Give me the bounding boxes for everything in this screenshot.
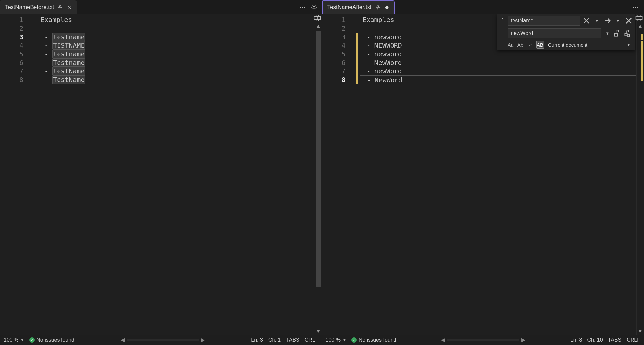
line-number: 5 <box>322 50 355 58</box>
indent-mode[interactable]: TABS <box>608 337 622 343</box>
code-line[interactable]: - testname <box>38 33 315 41</box>
more-icon[interactable] <box>632 4 639 11</box>
issues-status[interactable]: ✓No issues found <box>29 337 74 343</box>
replace-next-icon[interactable]: b <box>614 29 622 37</box>
zoom-level[interactable]: 100 %▼ <box>326 337 346 343</box>
code-line[interactable] <box>38 24 315 33</box>
replace-all-icon[interactable] <box>624 29 633 37</box>
find-replace-panel: ˄ ▾ ▾ ▾ b <box>497 14 635 50</box>
change-margin <box>355 14 360 335</box>
horizontal-scrollbar[interactable]: ◀▶ <box>441 337 525 343</box>
issues-status[interactable]: ✓No issues found <box>351 337 396 343</box>
line-number: 4 <box>0 41 33 50</box>
scroll-up-icon[interactable]: ▲ <box>315 23 322 30</box>
code-line[interactable]: - newWord <box>360 67 637 75</box>
split-editor-icon[interactable] <box>635 14 643 22</box>
tab-bar: TestNameAfter.txt ● <box>322 0 644 14</box>
find-next-icon[interactable] <box>603 17 612 25</box>
pin-icon[interactable] <box>57 4 63 10</box>
pin-icon[interactable] <box>375 4 381 10</box>
file-tab[interactable]: TestNameBefore.txt <box>0 0 77 14</box>
whole-word-toggle[interactable]: Ab <box>516 41 524 49</box>
search-options-dropdown-icon[interactable]: ▾ <box>593 17 601 25</box>
cursor-col[interactable]: Ch: 1 <box>268 337 281 343</box>
svg-rect-11 <box>625 33 627 36</box>
line-number: 1 <box>0 15 33 24</box>
modified-indicator <box>356 33 358 84</box>
scroll-thumb[interactable] <box>316 31 321 287</box>
match-case-toggle[interactable]: Aa <box>507 41 514 49</box>
code-line[interactable]: - testname <box>38 50 315 58</box>
search-input[interactable] <box>508 16 580 26</box>
code-content[interactable]: Examples - testname - TESTNAME - testnam… <box>38 14 315 335</box>
horizontal-scrollbar[interactable]: ◀▶ <box>121 337 205 343</box>
gear-icon[interactable] <box>311 4 317 11</box>
line-number: 8 <box>322 75 355 84</box>
line-number: 3 <box>0 33 33 41</box>
code-line[interactable]: - Testname <box>38 58 315 67</box>
editor-pane-right: TestNameAfter.txt ● 12345678 Examples - … <box>322 0 644 345</box>
replace-options-dropdown-icon[interactable]: ▾ <box>603 29 612 37</box>
close-icon[interactable] <box>66 4 72 10</box>
editor-area[interactable]: 12345678 Examples - newword - NEWWORD - … <box>322 14 644 335</box>
code-line[interactable]: - NewWord <box>360 58 637 67</box>
replace-input[interactable] <box>508 28 601 38</box>
tab-title: TestNameBefore.txt <box>5 4 54 11</box>
cursor-col[interactable]: Ch: 10 <box>587 337 603 343</box>
line-number: 3 <box>322 33 355 41</box>
eol-mode[interactable]: CRLF <box>305 337 319 343</box>
code-line[interactable]: - testName <box>38 67 315 75</box>
svg-point-1 <box>302 7 303 8</box>
scroll-down-icon[interactable]: ▼ <box>637 328 644 335</box>
zoom-level[interactable]: 100 %▼ <box>4 337 24 343</box>
svg-rect-9 <box>615 33 618 36</box>
svg-point-6 <box>635 7 636 8</box>
line-number: 2 <box>322 24 355 33</box>
cursor-line[interactable]: Ln: 3 <box>251 337 263 343</box>
eol-mode[interactable]: CRLF <box>627 337 640 343</box>
scope-dropdown-icon[interactable]: ▾ <box>624 41 633 49</box>
scroll-down-icon[interactable]: ▼ <box>315 328 322 335</box>
line-number-gutter: 12345678 <box>322 14 355 335</box>
regex-toggle[interactable]: ·* <box>526 41 534 49</box>
find-next-dropdown-icon[interactable]: ▾ <box>614 17 622 25</box>
code-line[interactable]: - TestName <box>38 75 315 84</box>
svg-point-5 <box>633 7 634 8</box>
code-line[interactable]: Examples <box>38 15 315 24</box>
preserve-case-toggle[interactable]: AB <box>536 41 544 49</box>
line-number: 6 <box>322 58 355 67</box>
line-number: 7 <box>0 67 33 75</box>
unsaved-dot-icon[interactable]: ● <box>384 4 390 10</box>
search-scope[interactable]: Current document <box>546 42 622 48</box>
line-number: 7 <box>322 67 355 75</box>
file-tab[interactable]: TestNameAfter.txt ● <box>322 0 395 14</box>
editor-area[interactable]: 12345678 Examples - testname - TESTNAME … <box>0 14 322 335</box>
scroll-up-icon[interactable]: ▲ <box>637 23 644 30</box>
code-line[interactable]: - newword <box>360 50 637 58</box>
status-bar: 100 %▼ ✓No issues found ◀▶ Ln: 3 Ch: 1 T… <box>0 335 322 345</box>
code-line[interactable]: - NewWord <box>360 75 637 84</box>
line-number: 1 <box>322 15 355 24</box>
vertical-scrollbar[interactable]: ▲ ▼ <box>636 14 644 335</box>
collapse-icon[interactable]: ˄ <box>499 18 506 24</box>
line-number: 5 <box>0 50 33 58</box>
editor-pane-left: TestNameBefore.txt 12345678 Examples - t… <box>0 0 322 345</box>
svg-text:b: b <box>618 34 620 37</box>
overview-change-marker <box>641 41 643 81</box>
close-panel-icon[interactable] <box>624 17 633 25</box>
line-number: 8 <box>0 75 33 84</box>
cursor-line[interactable]: Ln: 8 <box>570 337 582 343</box>
change-margin <box>33 14 38 335</box>
svg-point-0 <box>300 7 301 8</box>
code-content[interactable]: Examples - newword - NEWWORD - newword -… <box>360 14 637 335</box>
drag-handle-icon[interactable]: ⋮⋮ <box>499 43 505 47</box>
indent-mode[interactable]: TABS <box>286 337 299 343</box>
vertical-scrollbar[interactable]: ▲ ▼ <box>315 14 322 335</box>
overview-change-marker <box>641 34 643 40</box>
status-bar: 100 %▼ ✓No issues found ◀▶ Ln: 8 Ch: 10 … <box>322 335 644 345</box>
close-find-icon[interactable] <box>582 17 591 25</box>
svg-point-2 <box>304 7 305 8</box>
more-icon[interactable] <box>299 4 306 11</box>
code-line[interactable]: - TESTNAME <box>38 41 315 50</box>
split-editor-icon[interactable] <box>313 14 321 22</box>
